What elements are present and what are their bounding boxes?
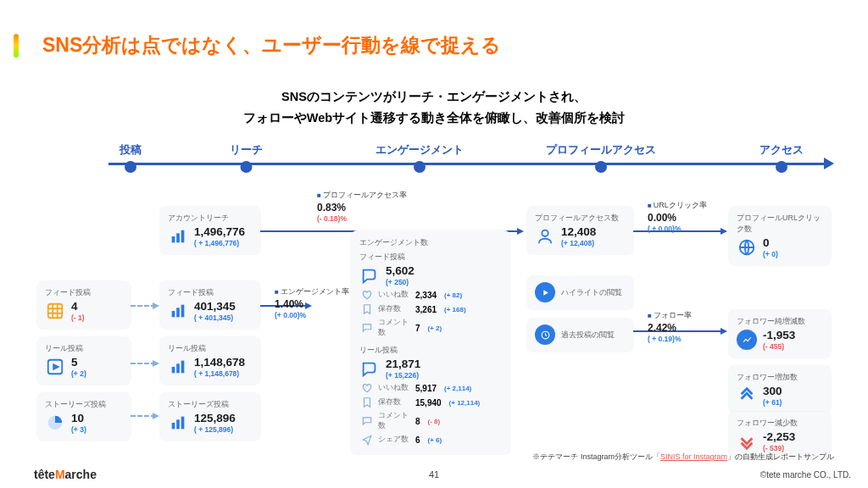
sub-line-1: SNSのコンテンツがリーチ・エンゲージメントされ、	[281, 90, 587, 103]
copyright: ©tete marche CO., LTD.	[760, 470, 851, 480]
card-title: リール投稿	[168, 343, 253, 354]
sub-value: 6	[415, 435, 420, 445]
rate-delta: (- 0.18)%	[317, 214, 407, 223]
sub-delta: (+ 168)	[444, 306, 466, 313]
card-url-click: プロフィールURLクリック数 0(+ 0)	[729, 207, 831, 265]
delta: (+ 0)	[763, 250, 778, 258]
section-title: リール投稿	[359, 345, 502, 356]
svg-rect-9	[172, 367, 175, 373]
card-title: ストーリーズ投稿	[168, 399, 253, 410]
rate-profile-access: プロフィールアクセス率0.83%(- 0.18)%	[317, 190, 407, 223]
chevron-up-icon	[737, 385, 757, 406]
delta: ( + 1,148,678)	[194, 369, 245, 378]
rate-delta: ( + 0.19)%	[648, 335, 692, 343]
grid-icon	[45, 301, 65, 321]
card-account-reach: アカウントリーチ 1,496,776( + 1,496,776)	[160, 207, 260, 254]
card-profile-access: プロフィールアクセス数 12,408(+ 12,408)	[527, 207, 633, 254]
reel-icon	[45, 357, 65, 377]
delta: ( + 125,896)	[194, 425, 236, 434]
card-follower-net: フォロワー純増減数 -1,953(- 455)	[729, 310, 831, 358]
sub-value: 7	[415, 324, 420, 333]
bar-chart-icon	[168, 301, 188, 321]
rate-delta: (+ 0.00)%	[275, 311, 349, 319]
rate-value: 1.40%	[275, 298, 349, 310]
page-number: 41	[429, 469, 439, 480]
sub-value: 5,917	[415, 384, 437, 393]
delta: (+ 250)	[386, 278, 415, 286]
card-title: ハイライトの閲覧	[561, 287, 622, 298]
card-past-post-view: 過去投稿の閲覧	[527, 319, 633, 352]
arrow-icon	[131, 363, 156, 364]
chat-icon	[361, 322, 373, 334]
sub-label: 保存数	[378, 304, 410, 314]
value: 5	[71, 356, 86, 369]
sub-label: コメント数	[378, 411, 410, 431]
svg-rect-14	[181, 417, 185, 430]
logo-m: M	[55, 468, 65, 481]
svg-point-15	[542, 230, 548, 236]
timeline-dot-icon	[240, 161, 252, 173]
sub-value: 3,261	[415, 305, 437, 314]
sub-delta: (+ 12,114)	[449, 399, 481, 407]
page-title: SNS分析は点ではなく、ユーザー行動を線で捉える	[42, 32, 501, 58]
timeline-line	[108, 163, 827, 165]
value: -1,953	[763, 329, 795, 341]
bar-chart-icon	[168, 226, 188, 247]
svg-rect-10	[176, 363, 180, 373]
card-title: フィード投稿	[45, 287, 123, 298]
value: 125,896	[194, 412, 236, 424]
card-title: フォロワー純増減数	[737, 316, 823, 327]
timeline-label-post: 投稿	[120, 142, 142, 158]
sub-line-2: フォローやWebサイト遷移する動き全体を俯瞰し、改善個所を検討	[243, 111, 625, 125]
svg-rect-0	[48, 304, 63, 319]
timeline-arrow-icon	[824, 158, 834, 169]
trend-icon	[737, 330, 757, 350]
sub-label: いいね数	[378, 290, 410, 300]
card-feed-post: フィード投稿 4(- 1)	[37, 281, 131, 329]
card-engagement: エンゲージメント数 フィード投稿 5,602(+ 250) いいね数2,334(…	[351, 230, 510, 454]
timeline-dot-icon	[414, 161, 426, 173]
svg-rect-13	[176, 419, 180, 429]
value: 1,496,776	[194, 225, 245, 238]
timeline-dot-icon	[595, 161, 607, 173]
sub-value: 2,334	[415, 291, 437, 300]
play-circle-icon	[535, 282, 555, 302]
svg-rect-4	[176, 233, 180, 242]
diagram-canvas: フィード投稿 4(- 1) リール投稿 5(+ 2) ストーリーズ投稿 10(+…	[37, 178, 836, 458]
sub-value: 15,940	[415, 398, 442, 408]
sub-label: 保存数	[378, 397, 410, 408]
timeline-label-profile: プロフィールアクセス	[546, 142, 656, 158]
rate-title: URLクリック率	[648, 200, 707, 211]
card-story-reach: ストーリーズ投稿 125,896( + 125,896)	[160, 393, 260, 441]
card-follower-gain: フォロワー増加数 300(+ 61)	[729, 366, 831, 413]
sub-delta: (- 8)	[428, 418, 441, 425]
card-reel-post: リール投稿 5(+ 2)	[37, 337, 131, 385]
card-reel-reach: リール投稿 1,148,678( + 1,148,678)	[160, 337, 260, 385]
delta: (- 455)	[763, 342, 795, 351]
pie-icon	[45, 413, 65, 433]
footnote: ※テテマーチ Instagram分析ツール「SINIS for Instagra…	[532, 452, 834, 463]
delta: (- 1)	[71, 313, 85, 322]
card-title: フォロワー増加数	[737, 372, 823, 383]
svg-rect-7	[176, 308, 180, 317]
rate-url-click: URLクリック率0.00%( + 0.00)%	[648, 200, 707, 233]
delta: (+ 3)	[71, 425, 86, 434]
bar-chart-icon	[168, 357, 188, 377]
card-highlight-view: ハイライトの閲覧	[527, 276, 633, 309]
note-link[interactable]: SINIS for Instagram	[660, 452, 727, 461]
delta: (+ 15,226)	[386, 371, 420, 380]
bar-chart-icon	[168, 413, 188, 433]
sub-delta: (+ 82)	[444, 291, 462, 299]
clock-circle-icon	[535, 324, 555, 345]
rate-value: 2.42%	[648, 322, 692, 334]
sub-delta: (+ 6)	[428, 436, 442, 444]
value: 12,408	[561, 225, 596, 238]
bookmark-icon	[361, 396, 373, 408]
card-feed-reach: フィード投稿 401,345( + 401,345)	[160, 281, 260, 329]
value: 21,871	[386, 358, 420, 370]
sub-label: いいね数	[378, 383, 410, 393]
rate-engagement: エンゲージメント率1.40%(+ 0.00)%	[275, 286, 349, 319]
value: 10	[71, 412, 86, 424]
sub-label: コメント数	[378, 318, 410, 338]
accent-bar	[14, 34, 19, 58]
